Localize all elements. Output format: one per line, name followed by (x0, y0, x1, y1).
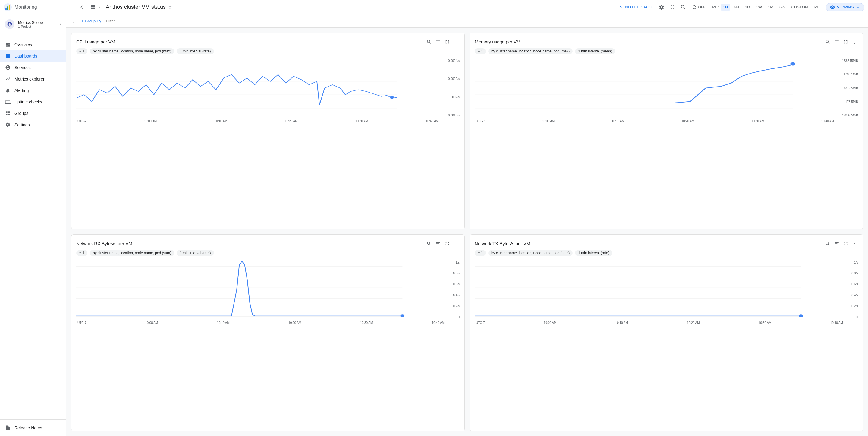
auto-refresh-button[interactable]: OFF (689, 3, 708, 11)
svg-rect-5 (93, 5, 95, 7)
cpu-chart-header: CPU usage per VM (76, 38, 460, 46)
network-rx-x-1: 10:00 AM (145, 321, 158, 324)
top-header: Monitoring Anthos cluster VM status ☆ SE… (0, 0, 868, 14)
memory-legend-button[interactable] (833, 38, 841, 46)
header-divider (73, 4, 74, 11)
network-tx-expand-button[interactable] (842, 240, 849, 248)
page-title: Anthos cluster VM status (106, 4, 166, 10)
legend-icon (435, 39, 441, 45)
cpu-expand-button[interactable] (443, 38, 451, 46)
sidebar-item-dashboards[interactable]: Dashboards (0, 50, 66, 62)
sidebar-item-label-metrics: Metrics explorer (14, 77, 44, 81)
breadcrumb-area: Anthos cluster VM status ☆ (78, 3, 615, 11)
send-feedback-button[interactable]: SEND FEEDBACK (618, 3, 655, 11)
network-tx-chart-filters: ≡ 1 by cluster name, location, node name… (475, 250, 858, 256)
memory-zoom-button[interactable] (824, 38, 832, 46)
memory-chart-filters: ≡ 1 by cluster name, location, node name… (475, 48, 858, 54)
cpu-y-label-1: 0.0022/s (448, 77, 460, 81)
zoom-icon (427, 39, 432, 45)
viewing-button[interactable]: VIEWING (826, 3, 864, 11)
metrics-explorer-icon (5, 76, 11, 82)
network-tx-more-button[interactable]: ⋮ (851, 239, 858, 248)
cpu-legend-button[interactable] (434, 38, 442, 46)
time-1m-button[interactable]: 1M (766, 4, 776, 10)
time-1d-button[interactable]: 1D (743, 4, 752, 10)
sidebar: Metrics Scope 1 Project › Overview (0, 14, 66, 436)
sidebar-item-label-settings: Settings (14, 122, 30, 127)
time-label: TIME: (709, 5, 719, 9)
off-label: OFF (698, 5, 706, 9)
network-tx-filter-by: by cluster name, location, node name, po… (491, 251, 569, 255)
memory-filter-by: by cluster name, location, node name, po… (491, 49, 569, 53)
cpu-y-label-0: 0.0024/s (448, 59, 460, 62)
search-icon-button[interactable] (678, 2, 688, 12)
memory-y-label-2: 173.505MiB (842, 87, 858, 90)
viewing-label: VIEWING (837, 5, 854, 9)
network-rx-more-button[interactable]: ⋮ (453, 239, 460, 248)
memory-y-label-3: 173.5MiB (845, 100, 858, 104)
filter-input[interactable] (106, 19, 863, 23)
back-button[interactable] (78, 3, 86, 11)
memory-x-5: 10:40 AM (821, 119, 834, 123)
sidebar-item-release-notes[interactable]: Release Notes (0, 422, 66, 434)
svg-point-25 (400, 315, 404, 317)
expand-icon (444, 39, 450, 45)
logo-area: Monitoring (4, 3, 70, 11)
sidebar-item-groups[interactable]: Groups (0, 108, 66, 119)
scope-name: Metrics Scope (18, 20, 56, 25)
sidebar-item-alerting[interactable]: Alerting (0, 85, 66, 96)
cpu-more-button[interactable]: ⋮ (453, 38, 460, 46)
memory-interval: 1 min interval (mean) (578, 49, 612, 53)
group-by-button[interactable]: + Group By (79, 18, 104, 24)
time-6h-button[interactable]: 6H (732, 4, 741, 10)
sidebar-item-label-overview: Overview (14, 42, 32, 47)
zoom-icon (825, 39, 830, 45)
time-1h-button[interactable]: 1H (721, 4, 731, 10)
svg-rect-1 (5, 8, 7, 10)
network-rx-legend-button[interactable] (434, 240, 442, 248)
cpu-x-axis: UTC-7 10:00 AM 10:10 AM 10:20 AM 10:30 A… (76, 119, 460, 123)
network-rx-zoom-button[interactable] (425, 240, 433, 248)
memory-more-button[interactable]: ⋮ (851, 38, 858, 46)
groups-icon (5, 111, 11, 116)
sidebar-item-metrics-explorer[interactable]: Metrics explorer (0, 73, 66, 85)
sidebar-item-label-groups: Groups (14, 111, 28, 116)
network-tx-zoom-button[interactable] (824, 240, 832, 248)
network-rx-chart-card: Network RX Bytes/s per VM (71, 234, 465, 431)
network-tx-y-label-5: 0 (856, 315, 858, 319)
sidebar-item-overview[interactable]: Overview (0, 39, 66, 50)
cpu-usage-chart-card: CPU usage per VM (71, 33, 465, 229)
metrics-scope-item[interactable]: Metrics Scope 1 Project › (0, 17, 66, 31)
sidebar-item-services[interactable]: Services (0, 62, 66, 73)
memory-chart-header: Memory usage per VM (475, 38, 858, 46)
sidebar-item-settings[interactable]: Settings (0, 119, 66, 130)
memory-chart-actions: ⋮ (824, 38, 858, 46)
network-rx-chart-filters: ≡ 1 by cluster name, location, node name… (76, 250, 460, 256)
star-button[interactable]: ☆ (167, 4, 173, 10)
main-layout: Metrics Scope 1 Project › Overview (0, 14, 868, 436)
time-custom-button[interactable]: CUSTOM (789, 4, 811, 10)
time-6w-button[interactable]: 6W (777, 4, 788, 10)
sidebar-item-uptime-checks[interactable]: Uptime checks (0, 96, 66, 108)
network-rx-expand-button[interactable] (443, 240, 451, 248)
cpu-x-0: UTC-7 (78, 119, 86, 123)
network-tx-x-2: 10:10 AM (615, 321, 628, 324)
filter-icon (71, 19, 76, 24)
network-tx-chart-header: Network TX Bytes/s per VM (475, 239, 858, 248)
settings-icon-button[interactable] (657, 2, 666, 12)
legend-icon (834, 241, 839, 246)
dashboard-type-button[interactable] (88, 3, 104, 11)
time-pdt-button[interactable]: PDT (812, 4, 825, 10)
time-1w-button[interactable]: 1W (753, 4, 764, 10)
network-rx-filter-count: 1 (82, 251, 84, 255)
network-tx-legend-button[interactable] (833, 240, 841, 248)
memory-y-label-0: 173.515MiB (842, 59, 858, 62)
expand-icon (843, 39, 848, 45)
zoom-icon (427, 241, 432, 246)
memory-expand-button[interactable] (842, 38, 849, 46)
memory-x-4: 10:30 AM (751, 119, 764, 123)
cpu-zoom-button[interactable] (425, 38, 433, 46)
memory-chart-title: Memory usage per VM (475, 39, 521, 44)
fullscreen-icon-button[interactable] (668, 2, 677, 12)
memory-x-2: 10:10 AM (612, 119, 624, 123)
